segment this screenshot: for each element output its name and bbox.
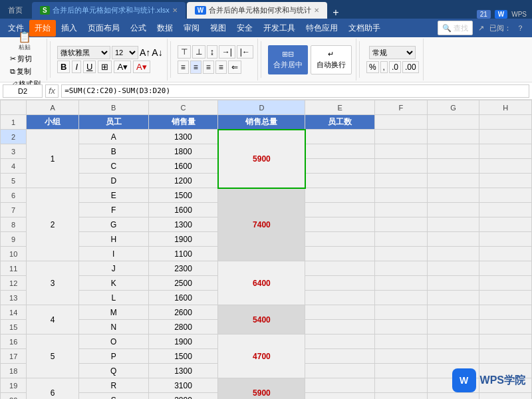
wps-doc-close[interactable]: ✕ <box>314 7 319 14</box>
cell-c4[interactable]: 1600 <box>148 159 218 174</box>
cell-b13[interactable]: L <box>78 291 148 305</box>
cut-btn[interactable]: ✂ 剪切 <box>8 53 43 65</box>
align-bottom-btn[interactable]: ↨ <box>207 45 217 59</box>
header-total[interactable]: 销售总量 <box>218 115 305 130</box>
col-header-a[interactable]: A <box>27 100 79 115</box>
fill-color-btn[interactable]: A▾ <box>114 61 131 73</box>
home-tab[interactable]: 首页 <box>0 2 31 19</box>
formula-input[interactable] <box>61 84 529 98</box>
cell-b8[interactable]: G <box>78 217 148 232</box>
align-top-btn[interactable]: ⊤ <box>178 45 191 59</box>
cell-d19-total6[interactable]: 5900 <box>218 378 305 400</box>
cell-b6[interactable]: E <box>78 188 148 203</box>
align-center-btn[interactable]: ≡ <box>190 61 201 74</box>
font-name-select[interactable]: 微软雅黑 <box>57 46 110 59</box>
col-header-d[interactable]: D <box>218 100 305 115</box>
wps-doc-tab[interactable]: W 合并后的单元格如何求和与统计 ✕ <box>187 2 327 19</box>
cell-c13[interactable]: 1600 <box>148 291 218 305</box>
cell-c2[interactable]: 1300 <box>148 130 218 144</box>
menu-review[interactable]: 审阅 <box>178 20 205 37</box>
font-size-select[interactable]: 12 <box>112 46 138 59</box>
indent-increase-btn[interactable]: →| <box>219 45 235 59</box>
cell-b3[interactable]: B <box>78 144 148 159</box>
underline-btn[interactable]: U <box>83 61 96 73</box>
cell-c11[interactable]: 2300 <box>148 261 218 276</box>
menu-doc-helper[interactable]: 文档助手 <box>343 20 386 37</box>
cell-b20[interactable]: S <box>78 393 148 400</box>
cell-c18[interactable]: 1300 <box>148 364 218 378</box>
decrease-indent-btn2[interactable]: ⇐ <box>228 61 241 74</box>
cell-c5[interactable]: 1200 <box>148 174 218 188</box>
group3-cell[interactable]: 3 <box>27 261 79 305</box>
cell-b5[interactable]: D <box>78 174 148 188</box>
group5-cell[interactable]: 5 <box>27 334 79 378</box>
cell-b7[interactable]: F <box>78 203 148 217</box>
increase-font-btn[interactable]: A↑ <box>140 47 150 58</box>
menu-view[interactable]: 视图 <box>205 20 231 37</box>
menu-dev[interactable]: 开发工具 <box>258 20 301 37</box>
cell-d2-total1[interactable]: 5900 <box>218 130 305 188</box>
share-icon[interactable]: ↗ <box>478 24 484 33</box>
align-justify-btn[interactable]: ≡ <box>215 61 227 74</box>
cell-c15[interactable]: 2800 <box>148 320 218 334</box>
xlsx-tab[interactable]: S 合并后的单元格如何求和与统计.xlsx ✕ <box>32 2 186 19</box>
col-header-e[interactable]: E <box>305 100 375 115</box>
add-tab-btn[interactable]: + <box>327 7 344 19</box>
decimal-decrease-btn[interactable]: .00 <box>402 61 419 73</box>
cell-c16[interactable]: 1900 <box>148 334 218 349</box>
italic-btn[interactable]: I <box>72 61 81 73</box>
decrease-font-btn[interactable]: A↓ <box>152 47 162 58</box>
cell-c7[interactable]: 1600 <box>148 203 218 217</box>
cell-b17[interactable]: P <box>78 349 148 364</box>
cell-c14[interactable]: 2600 <box>148 305 218 320</box>
header-sales[interactable]: 销售量 <box>148 115 218 130</box>
menu-formula[interactable]: 公式 <box>125 20 152 37</box>
col-header-h[interactable]: H <box>479 100 532 115</box>
col-header-g[interactable]: G <box>427 100 479 115</box>
group2-cell[interactable]: 2 <box>27 188 79 261</box>
copy-btn[interactable]: ⧉ 复制 <box>8 66 43 77</box>
xlsx-close[interactable]: ✕ <box>172 7 178 14</box>
cell-b16[interactable]: O <box>78 334 148 349</box>
menu-data[interactable]: 数据 <box>152 20 178 37</box>
cell-b11[interactable]: J <box>78 261 148 276</box>
cell-b19[interactable]: R <box>78 378 148 393</box>
cell-b18[interactable]: Q <box>78 364 148 378</box>
cell-b12[interactable]: K <box>78 276 148 291</box>
cell-b10[interactable]: I <box>78 247 148 261</box>
border-btn[interactable]: ⊞ <box>98 61 112 73</box>
cell-c17[interactable]: 1500 <box>148 349 218 364</box>
indent-decrease-btn[interactable]: |← <box>237 45 253 59</box>
cell-d6-total2[interactable]: 7400 <box>218 188 305 261</box>
cell-c9[interactable]: 1900 <box>148 232 218 247</box>
align-vcenter-btn[interactable]: ⊥ <box>192 45 205 59</box>
cell-b2[interactable]: A <box>78 130 148 144</box>
cell-ref-input[interactable] <box>3 84 43 98</box>
merge-center-btn[interactable]: ⊞⊟ 合并居中 <box>268 45 308 74</box>
cell-c3[interactable]: 1800 <box>148 144 218 159</box>
cell-c12[interactable]: 2500 <box>148 276 218 291</box>
cell-b15[interactable]: N <box>78 320 148 334</box>
col-header-f[interactable]: F <box>375 100 428 115</box>
align-right-btn[interactable]: ≡ <box>203 61 214 74</box>
header-count[interactable]: 员工数 <box>305 115 375 130</box>
cell-c19[interactable]: 3100 <box>148 378 218 393</box>
fx-button[interactable]: fx <box>45 84 59 98</box>
align-left-btn[interactable]: ≡ <box>178 61 189 74</box>
cell-d14-total4[interactable]: 5400 <box>218 305 305 334</box>
menu-layout[interactable]: 页面布局 <box>82 20 125 37</box>
col-header-c[interactable]: C <box>148 100 218 115</box>
help-icon[interactable]: ？ <box>517 23 524 33</box>
menu-insert[interactable]: 插入 <box>56 20 82 37</box>
cell-b4[interactable]: C <box>78 159 148 174</box>
format-select[interactable]: 常规 <box>369 46 416 59</box>
cell-c6[interactable]: 1500 <box>148 188 218 203</box>
cell-c8[interactable]: 1300 <box>148 217 218 232</box>
bold-btn[interactable]: B <box>57 61 70 73</box>
search-box[interactable]: 🔍 查找 <box>438 21 473 35</box>
cell-c20[interactable]: 2800 <box>148 393 218 400</box>
cell-b9[interactable]: H <box>78 232 148 247</box>
menu-special[interactable]: 特色应用 <box>301 20 343 37</box>
group6-cell[interactable]: 6 <box>27 378 79 400</box>
font-color-btn[interactable]: A▾ <box>133 61 150 73</box>
